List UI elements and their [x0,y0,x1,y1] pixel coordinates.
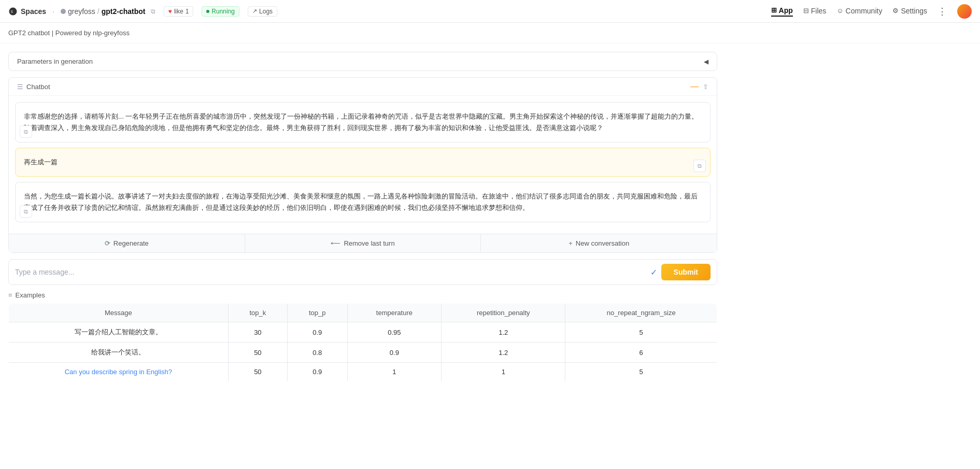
collapse-icon[interactable]: — [690,82,699,91]
chat-title-area: ☰ Chatbot [17,83,50,91]
nav-left: S Spaces · greyfoss / gpt2-chatbot ⧉ ♥ l… [8,6,771,17]
col-no-repeat-ngram: no_repeat_ngram_size [565,304,717,322]
parameters-panel: Parameters in generation ◀ [8,52,717,71]
tab-community[interactable]: ☺ Community [836,7,882,16]
parameters-title: Parameters in generation [17,58,93,65]
action-buttons-row: ⟳ Regenerate ⟵ Remove last turn + New co… [9,234,717,252]
spaces-logo-icon: S [8,7,18,16]
col-temperature: temperature [347,304,442,322]
user-info: greyfoss / gpt2-chatbot [61,7,146,16]
page-subtitle: GPT2 chatbot | Powered by nlp-greyfoss [0,23,980,44]
regenerate-button[interactable]: ⟳ Regenerate [9,234,245,252]
spaces-label: Spaces [21,7,46,16]
logs-button[interactable]: ↗ Logs [248,6,277,17]
chat-messages-area: 非常感谢您的选择，请稍等片刻... 一名年轻男子正在他所喜爱的城市游历中，突然发… [9,96,717,234]
example-repetition-cell-0: 1.2 [442,322,565,343]
chat-panel: ☰ Chatbot — ⇧ 非常感谢您的选择，请稍等片刻... 一名年轻男子正在… [8,77,717,253]
col-top-p: top_p [288,304,348,322]
message-2-text: 再生成一篇 [24,158,58,166]
svg-text:S: S [11,10,13,13]
col-top-k: top_k [228,304,287,322]
example-ngram-cell-0: 5 [565,322,717,343]
logs-label: Logs [259,8,273,15]
example-ngram-cell-1: 6 [565,343,717,363]
col-message: Message [9,304,229,322]
slash-separator: / [97,7,100,16]
example-topk-cell-1: 50 [228,343,287,363]
like-button[interactable]: ♥ like 1 [164,6,194,17]
like-label: like [174,8,183,15]
message-input[interactable] [15,268,646,276]
main-content: Parameters in generation ◀ ☰ Chatbot — ⇧… [0,44,726,390]
copy-repo-icon[interactable]: ⧉ [151,8,155,15]
copy-message-1-button[interactable]: ⧉ [20,125,32,138]
example-topp-cell-2: 0.9 [288,363,348,381]
examples-title: Examples [16,291,45,299]
app-tab-label: App [779,6,793,15]
remove-last-turn-label: Remove last turn [344,239,394,247]
example-ngram-cell-2: 5 [565,363,717,381]
share-icon[interactable]: ⇧ [703,83,708,91]
message-input-area: ✓ Submit [8,259,717,285]
tab-app[interactable]: ⊞ App [771,6,793,17]
tab-settings[interactable]: ⚙ Settings [892,7,927,16]
example-temperature-cell-1: 0.9 [347,343,442,363]
copy-message-3-button[interactable]: ⧉ [20,205,32,218]
example-topp-cell-1: 0.8 [288,343,348,363]
examples-icon: ≡ [8,291,12,299]
logs-icon: ↗ [252,8,257,15]
check-icon: ✓ [650,267,657,277]
new-conversation-button[interactable]: + New conversation [481,234,717,252]
examples-table-header-row: Message top_k top_p temperature repetiti… [9,304,717,322]
tab-files[interactable]: ⊟ Files [803,7,827,16]
example-repetition-cell-2: 1 [442,363,565,381]
community-tab-label: Community [846,7,883,15]
chat-message-3: 当然，为您生成一篇长篇小说。故事讲述了一对夫妇去度假的旅程，在海边享受阳光沙滩、… [15,182,711,222]
message-3-text: 当然，为您生成一篇长篇小说。故事讲述了一对夫妇去度假的旅程，在海边享受阳光沙滩、… [24,192,698,211]
new-conversation-label: New conversation [576,239,629,247]
copy-message-2-button[interactable]: ⧉ [693,160,706,172]
files-tab-icon: ⊟ [803,7,809,15]
examples-section: ≡ Examples Message top_k top_p temperatu… [8,291,717,381]
example-temperature-cell-0: 0.95 [347,322,442,343]
example-message-cell-1: 给我讲一个笑话。 [9,343,229,363]
submit-button[interactable]: Submit [661,264,711,280]
parameters-header[interactable]: Parameters in generation ◀ [9,52,717,70]
files-tab-label: Files [811,7,827,15]
nav-right: ⊞ App ⊟ Files ☺ Community ⚙ Settings ⋮ [771,4,972,19]
table-row: 给我讲一个笑话。500.80.91.26 [9,343,717,363]
community-tab-icon: ☺ [836,7,843,15]
parameters-arrow-icon: ◀ [704,58,708,65]
regenerate-label: Regenerate [113,239,149,247]
running-label: Running [211,8,235,15]
chat-title-label: Chatbot [26,83,50,91]
settings-tab-label: Settings [901,7,927,15]
like-count: 1 [186,8,189,15]
table-row: 写一篇介绍人工智能的文章。300.90.951.25 [9,322,717,343]
example-message-cell-0: 写一篇介绍人工智能的文章。 [9,322,229,343]
running-badge: Running [202,6,239,17]
example-topk-cell-2: 50 [228,363,287,381]
settings-tab-icon: ⚙ [892,7,899,15]
app-tab-icon: ⊞ [771,6,777,14]
user-avatar[interactable] [957,4,972,19]
chat-message-1: 非常感谢您的选择，请稍等片刻... 一名年轻男子正在他所喜爱的城市游历中，突然发… [15,102,711,143]
example-temperature-cell-2: 1 [347,363,442,381]
user-avatar-dot [61,9,66,14]
remove-last-turn-button[interactable]: ⟵ Remove last turn [245,234,481,252]
chat-header: ☰ Chatbot — ⇧ [9,78,717,96]
subtitle-text: GPT2 chatbot | Powered by nlp-greyfoss [8,29,130,37]
message-1-text: 非常感谢您的选择，请稍等片刻... 一名年轻男子正在他所喜爱的城市游历中，突然发… [24,112,698,132]
more-options-button[interactable]: ⋮ [938,6,947,17]
examples-header[interactable]: ≡ Examples [8,291,717,299]
chat-header-actions: — ⇧ [690,82,708,91]
table-row[interactable]: Can you describe spring in English?500.9… [9,363,717,381]
running-dot-icon [206,10,209,13]
nav-separator: · [52,7,54,16]
chat-message-2: 再生成一篇 ⧉ [15,148,711,177]
example-repetition-cell-1: 1.2 [442,343,565,363]
example-topk-cell-0: 30 [228,322,287,343]
example-message-cell-2[interactable]: Can you describe spring in English? [9,363,229,381]
col-repetition-penalty: repetition_penalty [442,304,565,322]
remove-icon: ⟵ [331,239,340,247]
